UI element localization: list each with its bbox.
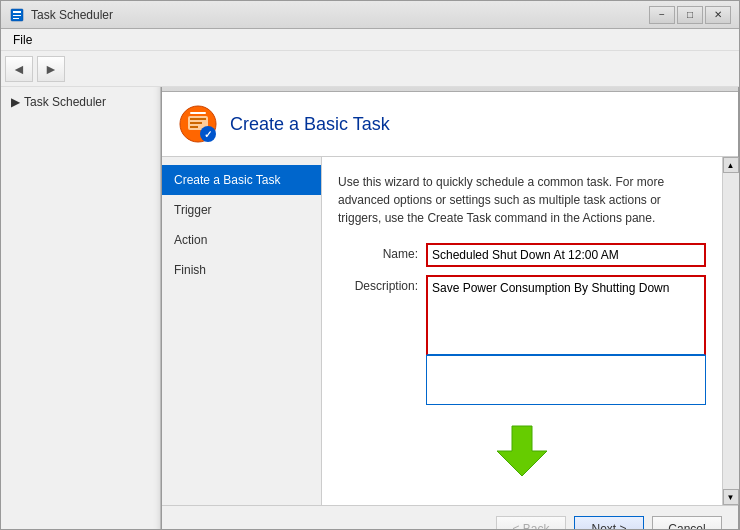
arrow-container — [338, 413, 706, 489]
wizard-step-finish[interactable]: Finish — [162, 255, 321, 285]
modal-dialog: Create Basic Task Wizard ✕ — [161, 87, 739, 529]
svg-rect-5 — [190, 112, 206, 114]
wizard-icon: ✓ — [178, 104, 218, 144]
svg-rect-2 — [13, 15, 21, 16]
name-label: Name: — [338, 243, 418, 261]
outer-window: Task Scheduler − □ ✕ File ◄ ► ▶ Task Sch… — [0, 0, 740, 530]
next-button[interactable]: Next > — [574, 516, 644, 529]
scroll-up-button[interactable]: ▲ — [723, 157, 739, 173]
outer-titlebar: Task Scheduler − □ ✕ — [1, 1, 739, 29]
outer-content: ▶ Task Scheduler Create Basic Task Wizar… — [1, 87, 739, 529]
wizard-content: Use this wizard to quickly schedule a co… — [322, 157, 722, 505]
wizard-step-create[interactable]: Create a Basic Task — [162, 165, 321, 195]
form-group-name: Name: — [338, 243, 706, 267]
svg-rect-3 — [13, 18, 19, 19]
wizard-sidebar: Create a Basic Task Trigger Action Finis… — [162, 157, 322, 505]
description-textarea[interactable]: Save Power Consumption By Shutting Down — [426, 275, 706, 355]
left-panel: ▶ Task Scheduler — [1, 87, 161, 529]
main-area: Create Basic Task Wizard ✕ — [161, 87, 739, 529]
svg-rect-8 — [190, 122, 202, 124]
window-controls: − □ ✕ — [649, 6, 731, 24]
form-group-description: Description: Save Power Consumption By S… — [338, 275, 706, 405]
wizard-header-title: Create a Basic Task — [230, 114, 390, 135]
outer-close-button[interactable]: ✕ — [705, 6, 731, 24]
scroll-track — [723, 173, 739, 489]
right-scrollbar: ▲ ▼ — [722, 157, 738, 505]
outer-window-title: Task Scheduler — [31, 8, 649, 22]
svg-text:✓: ✓ — [204, 129, 212, 140]
wizard-description: Use this wizard to quickly schedule a co… — [338, 173, 706, 227]
modal-body: Create a Basic Task Trigger Action Finis… — [162, 157, 738, 505]
back-button[interactable]: < Back — [496, 516, 566, 529]
maximize-button[interactable]: □ — [677, 6, 703, 24]
wizard-step-trigger[interactable]: Trigger — [162, 195, 321, 225]
cancel-button[interactable]: Cancel — [652, 516, 722, 529]
menu-file[interactable]: File — [5, 31, 40, 49]
modal-overlay: Create Basic Task Wizard ✕ — [161, 87, 739, 529]
svg-rect-9 — [190, 126, 198, 128]
left-panel-item-taskscheduler[interactable]: ▶ Task Scheduler — [5, 91, 156, 113]
svg-rect-7 — [190, 118, 206, 120]
description-wrapper: Save Power Consumption By Shutting Down — [426, 275, 706, 405]
svg-rect-1 — [13, 11, 21, 13]
svg-marker-12 — [497, 426, 547, 476]
down-arrow-icon — [492, 421, 552, 481]
app-icon — [9, 7, 25, 23]
menu-bar: File — [1, 29, 739, 51]
minimize-button[interactable]: − — [649, 6, 675, 24]
description-extra-area — [426, 355, 706, 405]
wizard-step-action[interactable]: Action — [162, 225, 321, 255]
modal-footer: < Back Next > Cancel — [162, 505, 738, 529]
name-input[interactable] — [426, 243, 706, 267]
toolbar-back-button[interactable]: ◄ — [5, 56, 33, 82]
toolbar-forward-button[interactable]: ► — [37, 56, 65, 82]
scroll-down-button[interactable]: ▼ — [723, 489, 739, 505]
modal-header: ✓ Create a Basic Task — [162, 92, 738, 157]
toolbar: ◄ ► — [1, 51, 739, 87]
description-label: Description: — [338, 275, 418, 293]
